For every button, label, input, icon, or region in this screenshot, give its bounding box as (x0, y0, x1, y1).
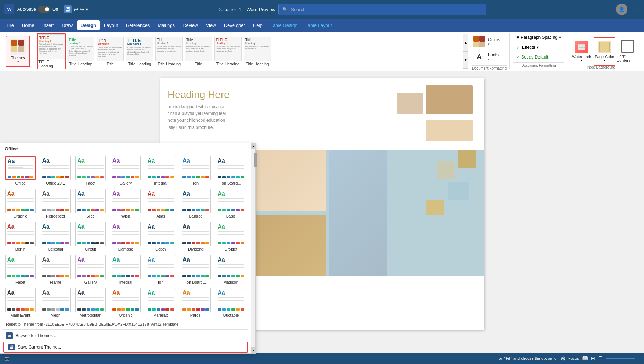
page-color-button[interactable]: Page Color ▾ (594, 37, 615, 66)
theme-item-parallax[interactable]: AaParallax (144, 286, 178, 318)
theme-item-ion_board[interactable]: AaIon Board... (214, 154, 248, 187)
ribbon-theme-title-heading[interactable]: TITLE Heading 1 On the Insert tab, the g… (37, 33, 66, 69)
menu-table-layout[interactable]: Table Layout (302, 20, 336, 30)
scroll-thumb[interactable] (254, 153, 257, 167)
menu-help[interactable]: Help (249, 20, 266, 30)
customize-icon[interactable]: ▾ (85, 6, 88, 12)
ribbon-scroll-up[interactable]: ▲ (463, 34, 468, 51)
theme-name-mesh: Mesh (51, 313, 60, 317)
theme-item-gallery2[interactable]: AaGallery (73, 253, 108, 286)
color-bar-item (170, 308, 174, 311)
theme-item-retrospect[interactable]: AaRetrospect (38, 187, 73, 220)
theme-item-dividend[interactable]: AaDividend (179, 220, 213, 253)
menu-developer[interactable]: Developer (220, 20, 249, 30)
menu-references[interactable]: References (122, 20, 153, 30)
reader-icon[interactable]: 📖 (582, 355, 588, 361)
menu-file[interactable]: File (3, 20, 18, 30)
theme-item-ion[interactable]: AaIon (179, 154, 213, 187)
theme-item-depth[interactable]: AaDepth (144, 220, 178, 253)
ribbon-theme-title-4[interactable]: TITLE HEADING 1 On the Insert tab, the g… (125, 37, 154, 66)
theme-item-facet[interactable]: AaFacet (73, 154, 108, 187)
ribbon-theme-title-heading-2[interactable]: Title Heading 1 On the Insert tab, the g… (66, 37, 95, 66)
theme-item-wisp[interactable]: AaWisp (108, 187, 143, 220)
undo-icon[interactable]: ↩ (73, 6, 78, 13)
menu-home[interactable]: Home (18, 20, 38, 30)
browse-themes-link[interactable]: 📁 Browse for Themes... (0, 330, 251, 341)
theme-item-berlin[interactable]: AaBerlin (3, 220, 38, 253)
page-borders-button[interactable]: Page Borders (617, 37, 638, 66)
color-bar-item (236, 308, 240, 311)
theme-item-quotable[interactable]: AaQuotable (214, 286, 248, 318)
theme-item-metropolitan[interactable]: AaMetropolitan (73, 286, 108, 318)
theme-item-parcel[interactable]: AaParcel (179, 286, 213, 318)
theme-item-droplet[interactable]: AaDroplet (214, 220, 248, 253)
theme-item-office20[interactable]: AaOffice 20... (38, 154, 73, 187)
theme-item-organic[interactable]: AaOrganic (3, 187, 38, 220)
ribbon-theme-title-8[interactable]: Title Heading 1 On the Insert tab, the g… (243, 37, 272, 66)
redo-icon[interactable]: ↪ (79, 6, 84, 13)
menu-design[interactable]: Design (77, 20, 100, 30)
theme-item-damask[interactable]: AaDamask (108, 220, 143, 253)
colors-button[interactable]: Colors ▾ (472, 34, 502, 49)
themes-button[interactable]: Themes ▾ (6, 36, 30, 67)
color-bar-item (126, 275, 130, 277)
ribbon-theme-label: Title Heading (128, 62, 151, 66)
avatar[interactable]: 👤 (616, 4, 627, 15)
theme-item-main_event[interactable]: AaMain Event (3, 286, 38, 318)
color-bar-item (161, 209, 165, 211)
theme-item-office[interactable]: AaOffice (3, 154, 38, 187)
theme-item-organic2[interactable]: AaOrganic (108, 286, 143, 318)
ribbon-scroll-down[interactable]: ▼ (463, 51, 468, 69)
menu-table-design[interactable]: Table Design (267, 20, 301, 30)
theme-item-frame[interactable]: AaFrame (38, 253, 73, 286)
theme-colorbar-gallery (112, 176, 139, 178)
ribbon-theme-title-6[interactable]: Title Heading 1 On the Insert tab, the g… (184, 37, 213, 66)
page-icon[interactable]: 🗒 (598, 355, 603, 361)
minimize-button[interactable]: – (630, 6, 640, 13)
focus-label[interactable]: Focus (568, 356, 579, 360)
zoom-slider[interactable] (606, 358, 635, 359)
save-label: Save Current Theme... (18, 345, 61, 350)
theme-item-ion_board2[interactable]: AaIon Board... (179, 253, 213, 286)
menu-insert[interactable]: Insert (39, 20, 58, 30)
watermark-button[interactable]: DRAFT Watermark ▾ (571, 37, 592, 66)
save-icon[interactable] (64, 5, 72, 13)
theme-item-madison[interactable]: AaMadison (214, 253, 248, 286)
focus-icon[interactable]: ⊕ (561, 355, 565, 362)
tt-line (148, 299, 163, 299)
menu-draw[interactable]: Draw (58, 20, 76, 30)
theme-item-ion2[interactable]: AaIon (144, 253, 178, 286)
theme-item-gallery[interactable]: AaGallery (108, 154, 143, 187)
scroll-down-btn[interactable]: ▼ (251, 347, 256, 353)
fonts-button[interactable]: A Fonts ▾ (472, 50, 500, 64)
effects-button[interactable]: ✓ Effects ▾ (513, 43, 541, 52)
theme-item-facet2[interactable]: AaFacet (3, 253, 38, 286)
theme-item-integral[interactable]: AaIntegral (144, 154, 178, 187)
theme-item-celestial[interactable]: AaCelestial (38, 220, 73, 253)
scroll-up-btn[interactable]: ▲ (251, 143, 256, 149)
theme-item-slice[interactable]: AaSlice (73, 187, 108, 220)
menu-view[interactable]: View (202, 20, 220, 30)
theme-item-banded[interactable]: AaBanded (179, 187, 213, 220)
search-box[interactable]: 🔍 Search (278, 4, 486, 15)
ribbon-theme-title-7[interactable]: TITLE Heading 1 On the Insert tab, the g… (214, 37, 242, 66)
theme-item-circuit[interactable]: AaCircuit (73, 220, 108, 253)
theme-item-mesh[interactable]: AaMesh (38, 286, 73, 318)
theme-item-basis[interactable]: AaBasis (214, 187, 248, 220)
menu-review[interactable]: Review (179, 20, 202, 30)
color-bar-item (112, 176, 116, 178)
swatch-2 (437, 161, 455, 179)
autosave-toggle[interactable] (38, 6, 50, 13)
save-theme-link[interactable]: 💾 Save Current Theme... (3, 342, 248, 353)
reset-theme-link[interactable]: Reset to Theme from {2110EE5E-F780-4AE8-… (0, 320, 251, 328)
ribbon-theme-title-5[interactable]: Title Heading 1 On the Insert tab, the g… (155, 37, 183, 66)
menu-layout[interactable]: Layout (101, 20, 122, 30)
para-spacing-button[interactable]: ≡ Paragraph Spacing ▾ (513, 33, 564, 42)
menu-mailings[interactable]: Mailings (154, 20, 178, 30)
tt-line (7, 266, 23, 266)
theme-item-atlas[interactable]: AaAtlas (144, 187, 178, 220)
theme-item-integral2[interactable]: AaIntegral (108, 253, 143, 286)
layout-icon[interactable]: ⊞ (591, 355, 595, 361)
ribbon-theme-title-plain[interactable]: Title HEADING 1 On the Insert tab, the g… (96, 37, 125, 66)
set-default-button[interactable]: ✓ Set as Default (513, 53, 551, 61)
